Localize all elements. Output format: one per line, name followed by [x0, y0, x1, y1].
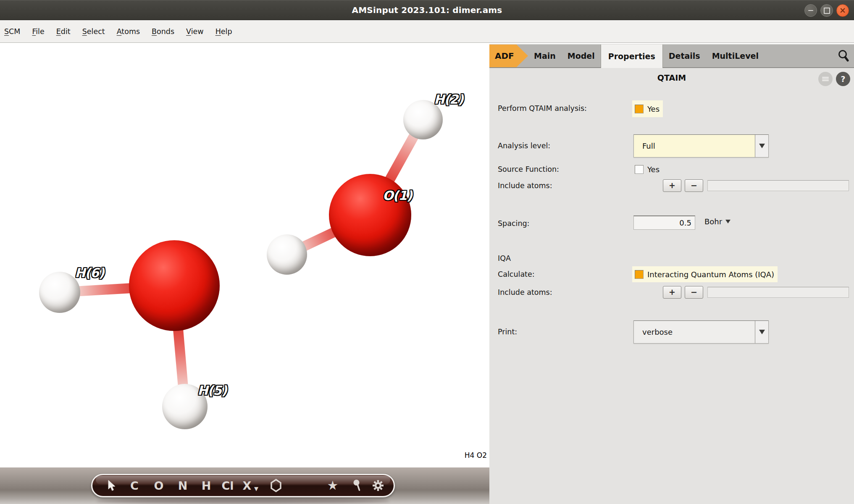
tab-model[interactable]: Model [562, 45, 601, 67]
formula-readout: H4 O2 [465, 451, 487, 459]
element-other-dropdown-caret[interactable]: ▼ [254, 486, 258, 491]
help-button[interactable]: ? [836, 72, 850, 86]
menu-bonds[interactable]: Bonds [152, 27, 174, 36]
element-other-tool[interactable]: X [243, 480, 252, 491]
spacing-input[interactable] [633, 215, 695, 230]
tab-details[interactable]: Details [663, 45, 706, 67]
menu-help[interactable]: Help [215, 27, 232, 36]
settings-tool[interactable] [372, 479, 384, 492]
atom-O(1)[interactable] [329, 174, 411, 256]
atom-label-H(6): H(6) [75, 265, 104, 280]
calculate-label: Calculate: [498, 270, 535, 278]
print-label: Print: [498, 328, 517, 336]
menu-edit[interactable]: Edit [56, 27, 71, 36]
spacing-label: Spacing: [498, 219, 530, 228]
include-atoms1-remove-button[interactable]: − [685, 179, 703, 192]
chevron-down-icon [759, 330, 765, 334]
atom-label-H(2): H(2) [434, 92, 463, 107]
atom-O[interactable] [129, 240, 220, 331]
toolbar-reflection [97, 499, 389, 504]
source-function-value: Yes [647, 165, 660, 174]
settings-panel: ADF Main Model Properties Details MultiL… [489, 43, 854, 504]
close-icon: × [839, 6, 846, 14]
calculate-checkbox[interactable] [635, 270, 644, 279]
element-chlorine-tool[interactable]: Cl [221, 480, 234, 491]
spacing-unit-dropdown[interactable]: Bohr [704, 217, 730, 226]
include-atoms2-label: Include atoms: [498, 288, 552, 297]
analysis-level-value: Full [634, 142, 755, 150]
chevron-down-icon [759, 144, 765, 148]
perform-qtaim-label: Perform QTAIM analysis: [498, 104, 587, 113]
element-carbon-tool[interactable]: C [130, 480, 139, 491]
menu-view[interactable]: View [186, 27, 204, 36]
list-icon [822, 76, 829, 82]
tab-multilevel[interactable]: MultiLevel [706, 45, 765, 67]
perform-qtaim-value: Yes [647, 105, 660, 113]
maximize-button[interactable] [820, 4, 833, 17]
include-atoms2-list-field[interactable] [707, 287, 849, 298]
search-icon [837, 49, 850, 63]
search-button[interactable] [837, 45, 854, 67]
perform-qtaim-checkbox-row[interactable]: Yes [632, 100, 663, 117]
atom-H[interactable] [267, 234, 307, 275]
ring-structure-tool[interactable] [271, 479, 281, 492]
quick-toolbar: CONHClX▼★ [91, 474, 395, 497]
window-controls: × [804, 4, 849, 17]
iqa-section-label: IQA [498, 254, 511, 262]
include-atoms1-add-button[interactable]: + [663, 179, 681, 192]
analysis-level-dropdown[interactable]: Full [633, 134, 769, 158]
select-pointer-tool[interactable] [107, 480, 116, 491]
structure-library-tool[interactable]: ★ [327, 479, 339, 492]
tab-properties[interactable]: Properties [601, 45, 663, 68]
source-function-checkbox[interactable] [635, 165, 644, 174]
include-atoms1-list-field[interactable] [707, 180, 849, 191]
source-function-label: Source Function: [498, 165, 559, 173]
minimize-icon [808, 10, 813, 11]
analysis-level-dropdown-button[interactable] [755, 135, 768, 157]
molecule-viewport[interactable]: H4 O2 O(1)H(2)H(5)H(6) [0, 43, 489, 467]
balloon-pointer-tool[interactable] [353, 479, 361, 492]
tab-bar: ADF Main Model Properties Details MultiL… [489, 44, 854, 68]
spacing-unit-value: Bohr [704, 217, 722, 226]
print-dropdown[interactable]: verbose [633, 320, 769, 344]
viewer-column: H4 O2 O(1)H(2)H(5)H(6) CONHClX▼★ [0, 43, 489, 504]
calculate-value: Interacting Quantum Atoms (IQA) [647, 270, 774, 279]
calculate-checkbox-row[interactable]: Interacting Quantum Atoms (IQA) [632, 266, 778, 282]
tab-main[interactable]: Main [528, 45, 562, 67]
print-dropdown-button[interactable] [755, 321, 768, 343]
analysis-level-label: Analysis level: [498, 142, 550, 150]
element-nitrogen-tool[interactable]: N [178, 480, 188, 491]
element-oxygen-tool[interactable]: O [154, 480, 164, 491]
chevron-down-icon [725, 220, 730, 223]
include-atoms1-label: Include atoms: [498, 181, 552, 190]
menu-scm[interactable]: SCM [4, 27, 20, 36]
element-hydrogen-tool[interactable]: H [202, 480, 211, 491]
amsinput-window: { "window": { "title": "AMSinput 2023.10… [0, 0, 854, 504]
section-heading: QTAIM [489, 73, 854, 82]
question-icon: ? [841, 74, 845, 84]
maximize-icon [824, 8, 830, 14]
atom-label-O(1): O(1) [383, 188, 412, 203]
menu-bar: SCMFileEditSelectAtomsBondsViewHelp [0, 20, 854, 43]
print-value: verbose [634, 328, 755, 336]
close-button[interactable]: × [836, 4, 849, 17]
include-atoms2-add-button[interactable]: + [663, 286, 681, 299]
atom-label-H(5): H(5) [197, 383, 226, 398]
atom-H(6)[interactable] [39, 272, 80, 313]
menu-file[interactable]: File [32, 27, 44, 36]
qtaim-form: QTAIM ? Perform QTAIM analysis: Yes Anal… [489, 68, 854, 504]
menu-select[interactable]: Select [82, 27, 105, 36]
window-title: AMSinput 2023.101: dimer.ams [352, 5, 502, 15]
menu-atoms[interactable]: Atoms [117, 27, 140, 36]
source-function-checkbox-row[interactable]: Yes [632, 162, 663, 176]
panel-menu-button[interactable] [818, 72, 833, 86]
include-atoms2-remove-button[interactable]: − [685, 286, 703, 299]
minimize-button[interactable] [804, 4, 817, 17]
adf-engine-tag[interactable]: ADF [489, 45, 528, 67]
viewer-bottom-bar: CONHClX▼★ [0, 467, 489, 504]
perform-qtaim-checkbox[interactable] [635, 105, 644, 113]
titlebar: AMSinput 2023.101: dimer.ams × [0, 0, 854, 20]
